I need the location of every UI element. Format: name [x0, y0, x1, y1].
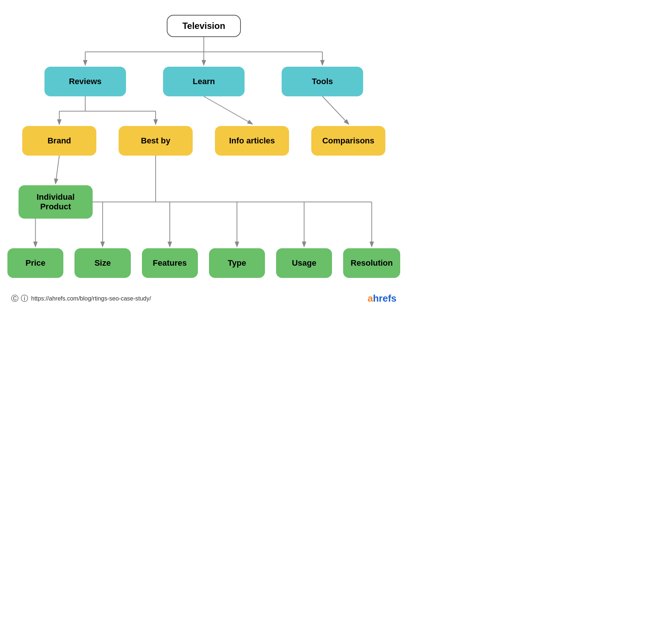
ahrefs-a: a	[368, 293, 373, 304]
type-label: Type	[228, 258, 246, 268]
ahrefs-rest: hrefs	[373, 293, 396, 304]
footer-icons: Ⓒ ⓘ	[11, 293, 28, 303]
price-label: Price	[26, 258, 46, 268]
price-node: Price	[7, 248, 63, 278]
info-node: Info articles	[215, 126, 289, 156]
features-label: Features	[153, 258, 187, 268]
bestby-label: Best by	[141, 136, 170, 146]
reviews-node: Reviews	[44, 67, 126, 96]
television-node: Television	[167, 15, 241, 37]
resolution-label: Resolution	[351, 258, 393, 268]
comparisons-node: Comparisons	[311, 126, 385, 156]
reviews-label: Reviews	[69, 77, 102, 86]
learn-node: Learn	[163, 67, 245, 96]
type-node: Type	[209, 248, 265, 278]
bestby-node: Best by	[119, 126, 193, 156]
info-circle-icon: ⓘ	[21, 293, 28, 303]
usage-label: Usage	[292, 258, 316, 268]
television-label: Television	[182, 21, 225, 31]
brand-label: Brand	[47, 136, 71, 146]
features-node: Features	[142, 248, 198, 278]
info-label: Info articles	[229, 136, 275, 146]
footer: Ⓒ ⓘ https://ahrefs.com/blog/rtings-seo-c…	[7, 293, 400, 304]
size-node: Size	[74, 248, 130, 278]
brand-node: Brand	[22, 126, 96, 156]
tools-label: Tools	[312, 77, 333, 86]
cc-icon: Ⓒ	[11, 293, 19, 303]
learn-label: Learn	[193, 77, 215, 86]
tools-node: Tools	[282, 67, 363, 96]
usage-node: Usage	[276, 248, 332, 278]
footer-left: Ⓒ ⓘ https://ahrefs.com/blog/rtings-seo-c…	[11, 293, 151, 303]
comparisons-label: Comparisons	[322, 136, 375, 146]
ahrefs-logo: ahrefs	[368, 293, 396, 304]
footer-url: https://ahrefs.com/blog/rtings-seo-case-…	[31, 295, 151, 302]
size-label: Size	[94, 258, 111, 268]
resolution-node: Resolution	[343, 248, 400, 278]
individual-label: Individual Product	[26, 192, 85, 212]
individual-node: Individual Product	[19, 185, 93, 219]
